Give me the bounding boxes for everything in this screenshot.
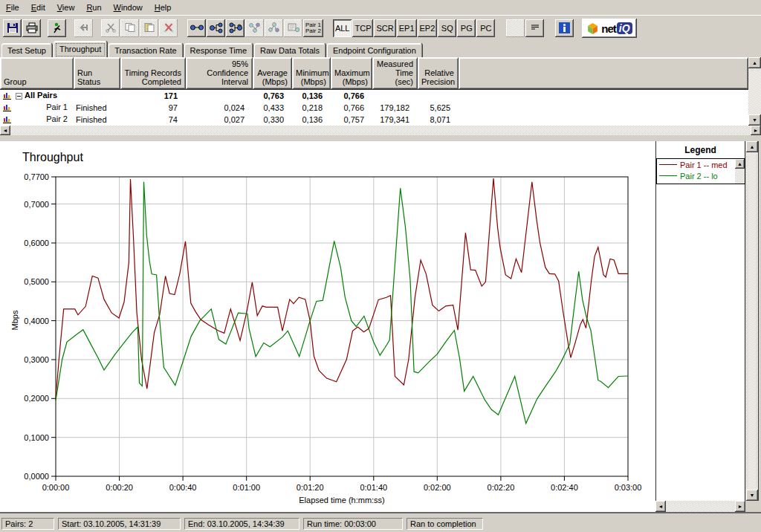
edit-multicast-pair-button[interactable] (284, 19, 302, 37)
view-details-button[interactable] (525, 19, 544, 37)
filter-all-button[interactable]: ALL (333, 19, 352, 37)
legend-pane: Legend Pair 1 -- medPair 2 -- lo▲ (655, 141, 745, 501)
scroll-up-button[interactable]: ▲ (746, 141, 758, 152)
maximum-cell: 0,766 (331, 103, 372, 112)
average-cell: 0,763 (253, 91, 292, 100)
copy-button[interactable] (120, 19, 139, 37)
table-row[interactable]: Pair 1Finished970,0240,4330,2180,766179,… (0, 102, 748, 114)
tab-endpoint-configuration[interactable]: Endpoint Configuration (327, 43, 422, 57)
scroll-up-button[interactable]: ▲ (748, 57, 761, 68)
column-header-run-status[interactable]: Run Status (74, 57, 120, 89)
toolbar-separator (496, 19, 506, 37)
legend-entry: Pair 1 -- med (657, 159, 745, 170)
pair-view-button[interactable]: Pair 1Pair 2 (303, 19, 323, 37)
filter-ep1-button[interactable]: EP1 (397, 19, 417, 37)
legend-horizontal-scrollbar[interactable]: ◄► (655, 501, 745, 512)
timing-records-cell: 74 (120, 115, 186, 124)
svg-text:0:02:20: 0:02:20 (488, 483, 515, 492)
save-button[interactable] (3, 19, 22, 37)
main-vertical-scrollbar[interactable]: ▲▼ (746, 141, 759, 501)
scroll-left-button[interactable]: ◄ (0, 126, 10, 135)
y-axis-label: Mbps (10, 305, 19, 335)
menu-file[interactable]: File (0, 1, 25, 13)
tab-transaction-rate[interactable]: Transaction Rate (109, 43, 182, 57)
cut-button[interactable] (101, 19, 120, 37)
tab-response-time[interactable]: Response Time (184, 43, 253, 57)
status-panel: Run time: 00:03:00 (303, 518, 403, 530)
multicast-pair-icon (268, 22, 281, 34)
tab-throughput[interactable]: Throughput (54, 41, 107, 57)
svg-text:0,7700: 0,7700 (24, 172, 49, 181)
minimum-cell: 0,136 (292, 115, 331, 124)
tab-raw-data-totals[interactable]: Raw Data Totals (254, 43, 326, 57)
menu-help[interactable]: Help (149, 1, 178, 13)
column-header-maximum-mbps[interactable]: Maximum (Mbps) (331, 57, 372, 89)
scroll-left-button[interactable]: ◄ (655, 501, 666, 512)
filter-tcp-button[interactable]: TCP (352, 19, 373, 37)
button-label: TCP (352, 24, 373, 33)
filter-sq-button[interactable]: SQ (438, 19, 456, 37)
table-vertical-scrollbar[interactable]: ▲▼ (748, 57, 761, 126)
maximum-cell: 0,757 (331, 115, 372, 124)
relative-precision-cell: 5,625 (418, 103, 459, 112)
menu-run[interactable]: Run (80, 1, 107, 13)
print-button[interactable] (22, 19, 41, 37)
menu-window[interactable]: Window (108, 1, 149, 13)
tab-test-setup[interactable]: Test Setup (1, 43, 52, 57)
column-header-minimum-mbps[interactable]: Minimum (Mbps) (292, 57, 331, 89)
menu-edit[interactable]: Edit (25, 1, 51, 13)
run-test-button[interactable] (48, 19, 66, 37)
column-header-95-confidence-interval[interactable]: 95% Confidence Interval (186, 57, 253, 89)
add-one-to-many-button[interactable] (207, 19, 225, 37)
scroll-down-button[interactable]: ▼ (746, 490, 758, 501)
legend-scrollbar[interactable]: ▲ (735, 159, 745, 184)
column-header-blank[interactable] (459, 57, 748, 89)
maximum-cell: 0,766 (331, 91, 372, 100)
results-table-body: All Pairs1710,7630,1360,766Pair 1Finishe… (0, 89, 748, 126)
measured-time-cell: 179,341 (372, 115, 418, 124)
column-header-average-mbps[interactable]: Average (Mbps) (253, 57, 292, 89)
results-table-header: GroupRun StatusTiming Records Completed9… (0, 57, 761, 89)
legend-box: Pair 1 -- medPair 2 -- lo▲ (656, 158, 745, 184)
abort-run-button[interactable] (74, 19, 93, 37)
column-header-group[interactable]: Group (0, 57, 74, 89)
scroll-down-button[interactable]: ▼ (748, 114, 761, 126)
floppy-icon (7, 22, 19, 35)
filter-pg-button[interactable]: PG (457, 19, 476, 37)
svg-text:0:02:40: 0:02:40 (551, 483, 578, 492)
add-multicast-pair-button[interactable] (265, 19, 283, 37)
table-row[interactable]: Pair 2Finished740,0270,3300,1360,757179,… (0, 114, 748, 126)
scroll-up-button[interactable]: ▲ (735, 159, 745, 169)
multicast-group-icon (248, 22, 262, 34)
edit-pair-button[interactable] (226, 19, 245, 37)
delete-button[interactable] (159, 19, 178, 37)
legend-entry-label: Pair 2 -- lo (680, 172, 718, 181)
column-header-timing-records-completed[interactable]: Timing Records Completed (120, 57, 186, 89)
scroll-right-button[interactable]: ► (735, 501, 745, 512)
column-header-relative-precision[interactable]: Relative Precision (418, 57, 459, 89)
toolbar-separator (67, 19, 74, 37)
table-row[interactable]: All Pairs1710,7630,1360,766 (0, 90, 748, 102)
paste-button[interactable] (140, 19, 158, 37)
add-multicast-group-button[interactable] (245, 19, 264, 37)
svg-text:0:01:40: 0:01:40 (360, 483, 387, 492)
filter-scr-button[interactable]: SCR (374, 19, 395, 37)
button-label: ALL (333, 24, 352, 33)
svg-text:0,4000: 0,4000 (24, 317, 49, 325)
scrollbar-corner (746, 501, 759, 512)
status-panel: End: 03.10.2005, 14:34:39 (184, 518, 299, 530)
table-horizontal-scrollbar[interactable]: ◄► (0, 126, 761, 135)
group-name: All Pairs (25, 91, 57, 100)
add-pair-button[interactable] (187, 19, 206, 37)
column-header-measured-time-sec[interactable]: Measured Time (sec) (372, 57, 418, 89)
collapse-toggle[interactable] (16, 93, 22, 100)
series-pair-1-med (56, 178, 628, 398)
svg-text:0,1000: 0,1000 (24, 433, 49, 442)
help-info-button[interactable] (555, 19, 574, 37)
filter-pc-button[interactable]: PC (476, 19, 495, 37)
minimum-cell: 0,136 (292, 91, 331, 100)
menu-view[interactable]: View (51, 1, 81, 13)
scroll-right-button[interactable]: ► (751, 126, 761, 135)
blank-button[interactable] (506, 19, 525, 37)
filter-ep2-button[interactable]: EP2 (418, 19, 438, 37)
